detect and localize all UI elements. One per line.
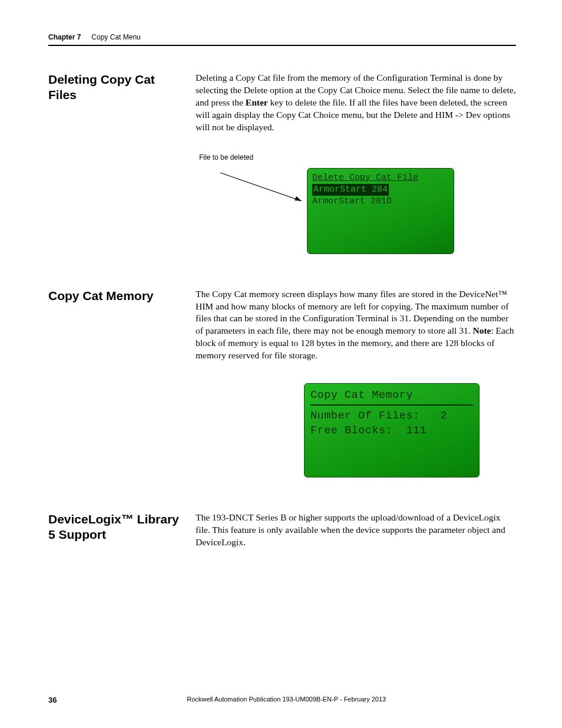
arrow-icon bbox=[219, 172, 308, 206]
devicelogix-paragraph: The 193-DNCT Series B or higher supports… bbox=[196, 512, 516, 549]
lcd-title: Delete Copy Cat File bbox=[312, 173, 418, 183]
memory-paragraph: The Copy Cat memory screen displays how … bbox=[196, 288, 516, 363]
figure-wrap: Delete Copy Cat File ArmorStart 284 Armo… bbox=[196, 168, 516, 254]
lcd-line-blocks: Free Blocks: 111 bbox=[310, 424, 473, 439]
section-memory: Copy Cat Memory The Copy Cat memory scre… bbox=[48, 288, 516, 478]
section-body-col: Deleting a Copy Cat file from the memory… bbox=[196, 72, 516, 254]
lcd-line-files: Number Of Files: 2 bbox=[310, 409, 473, 424]
page-header: Chapter 7 Copy Cat Menu bbox=[48, 33, 516, 46]
section-heading-col: Copy Cat Memory bbox=[48, 288, 196, 478]
deleting-paragraph: Deleting a Copy Cat file from the memory… bbox=[196, 72, 516, 134]
lcd-delete-screen: Delete Copy Cat File ArmorStart 284 Armo… bbox=[307, 168, 454, 254]
svg-line-0 bbox=[220, 173, 302, 201]
figure-caption: File to be deleted bbox=[199, 153, 253, 162]
section-heading-col: DeviceLogix™ Library 5 Support bbox=[48, 512, 196, 549]
page-number: 36 bbox=[48, 696, 57, 704]
section-body-col: The Copy Cat memory screen displays how … bbox=[196, 288, 516, 478]
section-deleting: Deleting Copy Cat Files Deleting a Copy … bbox=[48, 72, 516, 254]
enter-key: Enter bbox=[246, 97, 268, 107]
lcd-memory-screen: Copy Cat Memory Number Of Files: 2 Free … bbox=[304, 383, 480, 477]
heading-deleting: Deleting Copy Cat Files bbox=[48, 72, 184, 103]
lcd-title: Copy Cat Memory bbox=[310, 388, 473, 406]
section-heading-col: Deleting Copy Cat Files bbox=[48, 72, 196, 254]
lcd-row: ArmorStart 281D bbox=[312, 196, 449, 207]
section-body-col: The 193-DNCT Series B or higher supports… bbox=[196, 512, 516, 549]
figure-caption-row: File to be deleted bbox=[199, 153, 516, 163]
section-devicelogix: DeviceLogix™ Library 5 Support The 193-D… bbox=[48, 512, 516, 549]
page-footer: 36 Rockwell Automation Publication 193-U… bbox=[48, 696, 516, 704]
chapter-label: Chapter 7 bbox=[48, 33, 81, 41]
svg-marker-1 bbox=[295, 196, 302, 201]
chapter-title: Copy Cat Menu bbox=[91, 33, 140, 41]
note-bold: Note bbox=[472, 325, 491, 335]
page: Chapter 7 Copy Cat Menu Deleting Copy Ca… bbox=[0, 0, 562, 728]
lcd-selected-text: ArmorStart 284 bbox=[312, 184, 389, 196]
heading-devicelogix: DeviceLogix™ Library 5 Support bbox=[48, 512, 184, 543]
memory-body-pre: The Copy Cat memory screen displays how … bbox=[196, 289, 508, 336]
publication-info: Rockwell Automation Publication 193-UM00… bbox=[48, 696, 516, 703]
heading-memory: Copy Cat Memory bbox=[48, 288, 184, 304]
lcd-row-selected: ArmorStart 284 bbox=[312, 184, 449, 196]
